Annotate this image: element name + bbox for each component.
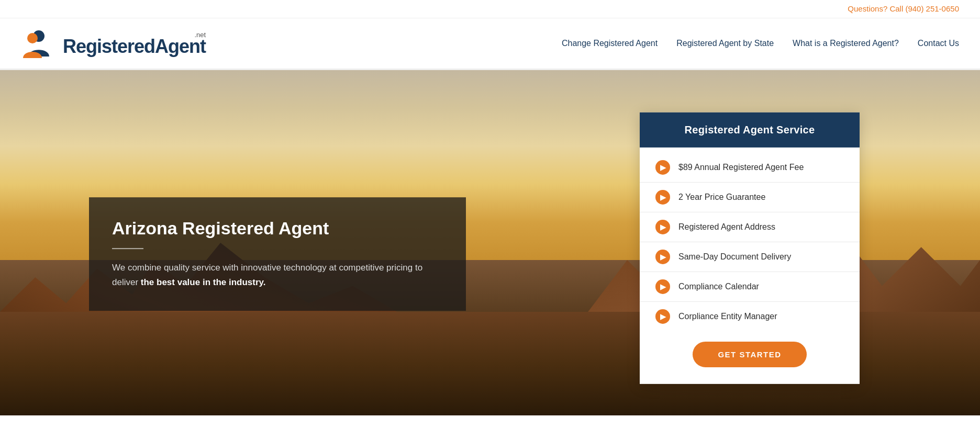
service-item-icon: ▶ <box>655 160 670 175</box>
service-card-body: ▶ $89 Annual Registered Agent Fee ▶ 2 Ye… <box>640 148 860 384</box>
service-item-label: Corpliance Entity Manager <box>678 312 777 321</box>
phone-link[interactable]: Questions? Call (940) 251-0650 <box>848 4 959 13</box>
hero-section: Arizona Registered Agent We combine qual… <box>0 70 980 415</box>
service-item-icon: ▶ <box>655 279 670 294</box>
service-item[interactable]: ▶ Registered Agent Address <box>640 212 860 242</box>
service-item-icon: ▶ <box>655 220 670 234</box>
service-item[interactable]: ▶ Corpliance Entity Manager <box>640 302 860 331</box>
service-item-icon: ▶ <box>655 309 670 324</box>
service-item[interactable]: ▶ 2 Year Price Guarantee <box>640 183 860 212</box>
service-items-list: ▶ $89 Annual Registered Agent Fee ▶ 2 Ye… <box>640 153 860 331</box>
svg-point-1 <box>27 33 38 43</box>
hero-title: Arizona Registered Agent <box>112 218 443 239</box>
service-item[interactable]: ▶ Compliance Calendar <box>640 272 860 302</box>
logo-name: RegisteredAgent <box>63 37 206 56</box>
service-item-label: 2 Year Price Guarantee <box>678 193 765 202</box>
service-card-header: Registered Agent Service <box>640 112 860 148</box>
service-item[interactable]: ▶ $89 Annual Registered Agent Fee <box>640 153 860 183</box>
service-item-label: Registered Agent Address <box>678 222 775 232</box>
service-item-label: $89 Annual Registered Agent Fee <box>678 163 804 172</box>
nav-by-state[interactable]: Registered Agent by State <box>676 39 774 48</box>
main-nav: Change Registered Agent Registered Agent… <box>562 39 959 48</box>
service-item-icon: ▶ <box>655 190 670 205</box>
hero-divider <box>112 248 143 249</box>
nav-change-agent[interactable]: Change Registered Agent <box>562 39 658 48</box>
hero-text-box: Arizona Registered Agent We combine qual… <box>89 197 466 311</box>
logo-icon <box>21 28 58 59</box>
nav-what-is[interactable]: What is a Registered Agent? <box>793 39 899 48</box>
service-item-label: Compliance Calendar <box>678 282 759 291</box>
logo-text-area: .net RegisteredAgent <box>63 31 206 56</box>
header: .net RegisteredAgent Change Registered A… <box>0 18 980 70</box>
service-item[interactable]: ▶ Same-Day Document Delivery <box>640 242 860 272</box>
hero-desc-bold: the best value in the industry. <box>141 277 266 287</box>
hero-description: We combine quality service with innovati… <box>112 261 443 290</box>
get-started-button[interactable]: GET STARTED <box>693 342 806 367</box>
top-bar: Questions? Call (940) 251-0650 <box>0 0 980 18</box>
service-item-label: Same-Day Document Delivery <box>678 252 791 262</box>
logo-area: .net RegisteredAgent <box>21 28 206 59</box>
nav-contact[interactable]: Contact Us <box>918 39 959 48</box>
service-item-icon: ▶ <box>655 250 670 264</box>
service-card: Registered Agent Service ▶ $89 Annual Re… <box>640 112 860 384</box>
